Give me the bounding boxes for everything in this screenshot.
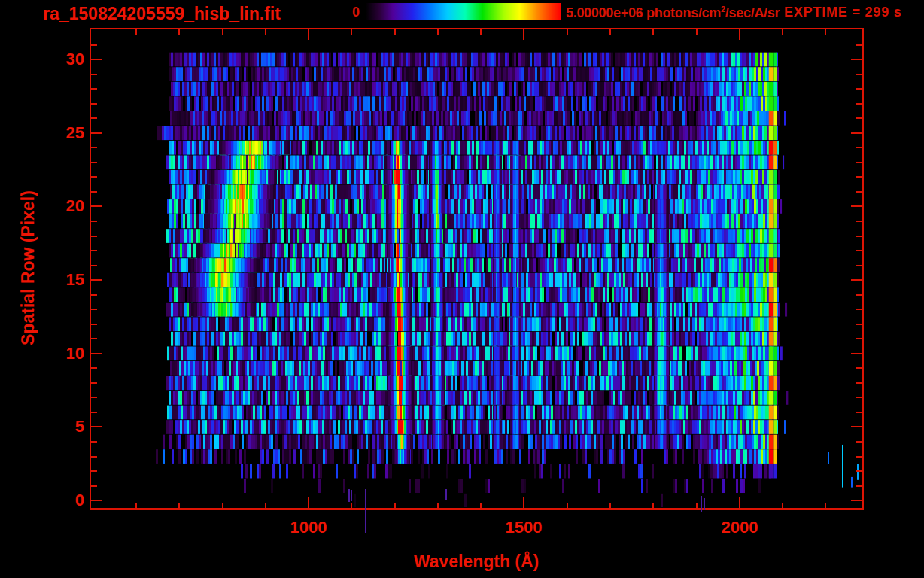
axis-tick — [91, 485, 97, 487]
axis-tick — [265, 29, 266, 35]
colorbar-max-value: 5.00000e+06 — [566, 5, 643, 20]
axis-tick — [91, 132, 102, 134]
axis-tick — [523, 497, 524, 508]
y-axis-title: Spatial Row (Pixel) — [18, 163, 39, 373]
file-title: ra_150824205559_hisb_lin.fit — [43, 4, 281, 24]
axis-tick — [91, 59, 102, 60]
axis-tick — [222, 29, 223, 35]
axis-tick — [308, 497, 309, 508]
axis-tick — [91, 221, 97, 222]
stray-column — [445, 489, 447, 500]
colorbar-unit: photons/cm — [643, 5, 721, 20]
axis-tick — [308, 29, 309, 40]
axis-tick — [856, 470, 862, 472]
axis-tick — [91, 353, 102, 354]
axis-tick — [351, 503, 352, 508]
axis-tick — [856, 162, 862, 163]
x-axis-title: Wavelength (Å) — [363, 552, 589, 572]
axis-tick — [135, 503, 137, 508]
y-tick-label: 5 — [30, 417, 84, 437]
axis-tick — [91, 426, 102, 427]
colorbar-min-label: 0 — [328, 5, 360, 20]
axis-tick — [856, 382, 862, 384]
axis-tick — [222, 503, 223, 508]
axis-tick — [91, 456, 97, 458]
stray-column — [348, 489, 350, 502]
axis-tick — [652, 503, 654, 508]
axis-tick — [856, 88, 862, 90]
axis-tick — [351, 29, 352, 35]
axis-tick — [739, 29, 740, 40]
axis-tick — [851, 426, 862, 427]
axis-tick — [696, 29, 698, 35]
axis-tick — [856, 397, 862, 398]
axis-tick — [91, 74, 97, 75]
axis-tick — [91, 279, 102, 281]
axis-tick — [856, 441, 862, 443]
axis-tick — [856, 456, 862, 458]
axis-tick — [91, 470, 97, 472]
axis-tick — [851, 205, 862, 207]
stray-column — [351, 490, 352, 501]
axis-tick — [91, 44, 97, 46]
axis-tick — [91, 294, 97, 296]
stray-column — [701, 496, 702, 512]
axis-tick — [856, 367, 862, 369]
axis-tick — [91, 162, 97, 163]
axis-tick — [652, 29, 654, 35]
axis-tick — [856, 485, 862, 487]
axis-tick — [856, 338, 862, 339]
axis-tick — [851, 500, 862, 501]
axis-tick — [91, 324, 97, 325]
axis-tick — [523, 29, 524, 40]
colorbar-unit-tail: /sec/A/sr — [725, 5, 780, 20]
axis-tick — [567, 503, 568, 508]
axis-tick — [178, 29, 180, 35]
axis-tick — [265, 503, 266, 508]
axis-tick — [782, 503, 783, 508]
axis-tick — [856, 221, 862, 222]
y-tick-label: 0 — [30, 491, 84, 510]
axis-tick — [851, 279, 862, 281]
axis-tick — [856, 250, 862, 251]
axis-tick — [437, 503, 439, 508]
axis-tick — [91, 309, 97, 310]
axis-tick — [91, 176, 97, 178]
colorbar-max-label: 5.00000e+06 photons/cm2/sec/A/sr — [566, 5, 780, 21]
axis-tick — [856, 176, 862, 178]
axis-tick — [851, 353, 862, 354]
axis-tick — [856, 309, 862, 310]
axis-tick — [856, 412, 862, 413]
y-tick-label: 30 — [30, 50, 84, 69]
axis-tick — [851, 132, 862, 134]
x-tick-label: 2000 — [706, 518, 774, 537]
axis-tick — [91, 441, 97, 443]
axis-tick — [394, 503, 396, 508]
axis-tick — [135, 29, 137, 35]
axis-tick — [91, 338, 97, 339]
axis-tick — [856, 147, 862, 148]
axis-tick — [437, 29, 439, 35]
axis-tick — [91, 250, 97, 251]
y-tick-label: 25 — [30, 123, 84, 143]
axis-tick — [91, 191, 97, 193]
axis-tick — [856, 74, 862, 75]
exptime-label: EXPTIME = 299 s — [784, 5, 902, 20]
axis-tick — [394, 29, 396, 35]
axis-tick — [856, 236, 862, 237]
stray-column — [365, 489, 366, 533]
axis-tick — [856, 44, 862, 46]
axis-tick — [856, 294, 862, 296]
axis-tick — [91, 103, 97, 105]
axis-tick — [91, 265, 97, 266]
axis-tick — [856, 191, 862, 193]
axis-tick — [739, 497, 740, 508]
axis-tick — [696, 503, 698, 508]
axis-tick — [856, 324, 862, 325]
axis-tick — [480, 29, 482, 35]
axis-tick — [856, 103, 862, 105]
axis-tick — [567, 29, 568, 35]
axis-tick — [91, 205, 102, 207]
axis-tick — [609, 29, 611, 35]
axis-tick — [178, 503, 180, 508]
